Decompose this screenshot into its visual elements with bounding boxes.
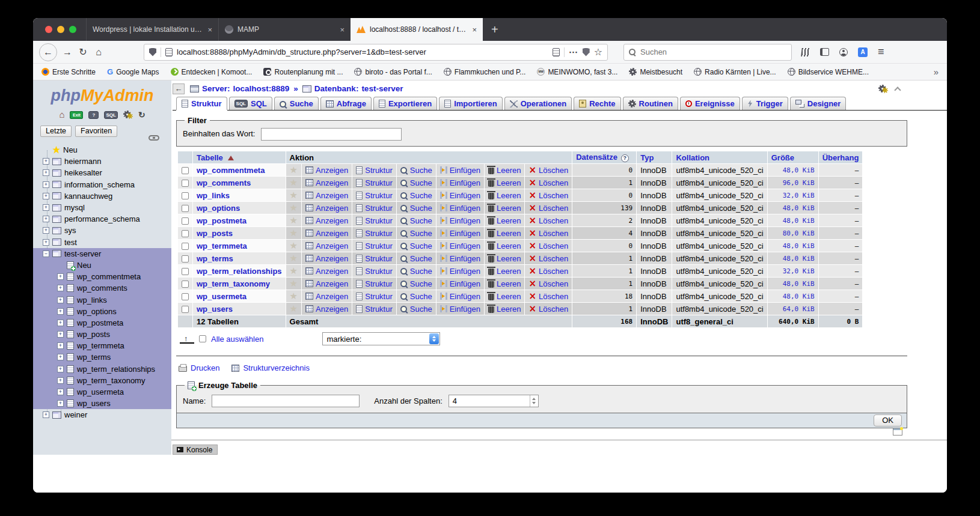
number-spinner-icon[interactable] xyxy=(530,395,538,407)
link-chain-icon[interactable] xyxy=(149,135,159,141)
sort-link-table[interactable]: Tabelle xyxy=(197,153,223,162)
check-all-link[interactable]: Alle auswählen xyxy=(211,335,263,344)
tree-item-weiner[interactable]: +weiner xyxy=(33,409,171,420)
tree-item-heiermann[interactable]: +heiermann xyxy=(33,156,171,167)
expand-icon[interactable]: + xyxy=(43,169,49,176)
action-löschen-link[interactable]: ×Löschen xyxy=(528,166,568,175)
action-löschen-link[interactable]: ×Löschen xyxy=(528,254,568,263)
action-einfügen-link[interactable]: Einfügen xyxy=(440,254,480,263)
action-struktur-link[interactable]: Struktur xyxy=(356,191,393,200)
menu-icon[interactable]: ≡ xyxy=(878,46,884,58)
action-struktur-link[interactable]: Struktur xyxy=(356,166,393,175)
breadcrumb-server-link[interactable]: localhost:8889 xyxy=(233,84,290,93)
browser-tab[interactable]: localhost:8888 / localhost / test× xyxy=(351,18,483,41)
home-button[interactable]: ⌂ xyxy=(91,47,106,58)
action-suche-link[interactable]: Suche xyxy=(400,204,432,213)
action-einfügen-link[interactable]: Einfügen xyxy=(440,292,480,301)
filter-input[interactable] xyxy=(261,128,402,141)
row-checkbox[interactable] xyxy=(182,180,189,187)
action-anzeigen-link[interactable]: Anzeigen xyxy=(305,178,348,187)
tree-item-wp-terms[interactable]: +wp_terms xyxy=(33,351,171,363)
search-placeholder[interactable]: Suchen xyxy=(640,47,667,56)
console-tab[interactable]: Konsole xyxy=(173,445,218,455)
bookmark-item[interactable]: Entdecken | Komoot... xyxy=(171,68,253,76)
action-suche-link[interactable]: Suche xyxy=(400,305,432,314)
action-anzeigen-link[interactable]: Anzeigen xyxy=(305,216,348,225)
action-leeren-link[interactable]: Leeren xyxy=(488,305,521,314)
tracking-protection-icon[interactable] xyxy=(149,48,156,56)
action-einfügen-link[interactable]: Einfügen xyxy=(440,267,480,276)
action-löschen-link[interactable]: ×Löschen xyxy=(528,191,568,200)
row-checkbox[interactable] xyxy=(182,255,189,263)
query-window-icon[interactable]: SQL xyxy=(104,111,117,119)
action-anzeigen-link[interactable]: Anzeigen xyxy=(305,229,348,238)
sidebars-icon[interactable] xyxy=(820,48,829,56)
action-suche-link[interactable]: Suche xyxy=(400,279,432,288)
action-struktur-link[interactable]: Struktur xyxy=(356,241,393,250)
minimize-window-button[interactable] xyxy=(57,26,64,33)
close-tab-icon[interactable]: × xyxy=(207,25,212,34)
reload-button[interactable]: ↻ xyxy=(75,46,91,58)
action-anzeigen-link[interactable]: Anzeigen xyxy=(305,254,348,263)
tree-item-neu[interactable]: Neu xyxy=(33,260,171,271)
favorite-star-icon[interactable]: ★ xyxy=(290,191,298,199)
row-checkbox[interactable] xyxy=(182,306,189,313)
action-leeren-link[interactable]: Leeren xyxy=(488,229,521,238)
action-leeren-link[interactable]: Leeren xyxy=(488,279,521,288)
expand-icon[interactable]: + xyxy=(43,227,49,234)
pocket-icon[interactable] xyxy=(583,48,590,56)
page-info-icon[interactable] xyxy=(165,48,173,56)
recent-tables-button[interactable]: Letzte xyxy=(40,126,72,137)
action-anzeigen-link[interactable]: Anzeigen xyxy=(305,267,348,276)
marked-action-select[interactable]: markierte: xyxy=(322,332,440,345)
expand-icon[interactable]: + xyxy=(43,216,49,222)
settings-gears-icon[interactable] xyxy=(123,111,133,119)
row-checkbox[interactable] xyxy=(182,268,189,275)
favorite-star-icon[interactable]: ★ xyxy=(290,254,298,263)
table-name-link[interactable]: wp_comments xyxy=(197,178,251,187)
close-window-button[interactable] xyxy=(45,26,52,33)
page-settings-gear-icon[interactable] xyxy=(878,85,888,93)
action-struktur-link[interactable]: Struktur xyxy=(356,292,393,301)
library-icon[interactable] xyxy=(801,48,810,56)
tree-item-wp-links[interactable]: +wp_links xyxy=(33,294,171,305)
expand-icon[interactable]: + xyxy=(43,181,49,188)
table-name-link[interactable]: wp_term_taxonomy xyxy=(197,279,270,288)
expand-icon[interactable]: + xyxy=(43,158,49,165)
tab-abfrage[interactable]: Abfrage xyxy=(320,97,372,110)
expand-icon[interactable]: + xyxy=(57,285,64,291)
close-tab-icon[interactable]: × xyxy=(472,25,477,34)
action-löschen-link[interactable]: ×Löschen xyxy=(528,178,568,187)
action-anzeigen-link[interactable]: Anzeigen xyxy=(305,292,348,301)
expand-icon[interactable]: + xyxy=(57,297,64,303)
expand-icon[interactable]: + xyxy=(57,354,64,360)
tree-item-sys[interactable]: +sys xyxy=(33,225,171,236)
tab-designer[interactable]: Designer xyxy=(790,97,847,110)
row-checkbox[interactable] xyxy=(182,281,189,288)
table-name-link[interactable]: wp_users xyxy=(197,305,233,314)
action-struktur-link[interactable]: Struktur xyxy=(356,204,393,213)
collapse-header-chevron-icon[interactable] xyxy=(894,87,901,93)
tab-ereignisse[interactable]: Ereignisse xyxy=(680,97,740,110)
tree-item-wp-posts[interactable]: +wp_posts xyxy=(33,329,171,340)
row-checkbox[interactable] xyxy=(182,205,189,212)
action-löschen-link[interactable]: ×Löschen xyxy=(528,267,568,276)
favorite-star-icon[interactable]: ★ xyxy=(290,292,298,300)
expand-icon[interactable]: + xyxy=(57,308,64,315)
action-suche-link[interactable]: Suche xyxy=(400,191,432,200)
tab-suche[interactable]: Suche xyxy=(274,97,319,110)
action-struktur-link[interactable]: Struktur xyxy=(356,216,393,225)
reader-mode-icon[interactable] xyxy=(553,48,560,56)
action-leeren-link[interactable]: Leeren xyxy=(488,178,521,187)
action-einfügen-link[interactable]: Einfügen xyxy=(440,229,480,238)
bookmark-item[interactable]: Meistbesucht xyxy=(629,68,682,76)
expand-icon[interactable]: + xyxy=(57,377,64,384)
table-name-link[interactable]: wp_options xyxy=(197,204,240,213)
favorite-star-icon[interactable]: ★ xyxy=(290,229,298,237)
action-einfügen-link[interactable]: Einfügen xyxy=(440,216,480,225)
row-checkbox[interactable] xyxy=(182,243,189,250)
tree-item-information-schema[interactable]: +information_schema xyxy=(33,179,171,190)
action-leeren-link[interactable]: Leeren xyxy=(488,166,521,175)
action-einfügen-link[interactable]: Einfügen xyxy=(440,178,480,187)
table-name-link[interactable]: wp_postmeta xyxy=(197,216,247,225)
